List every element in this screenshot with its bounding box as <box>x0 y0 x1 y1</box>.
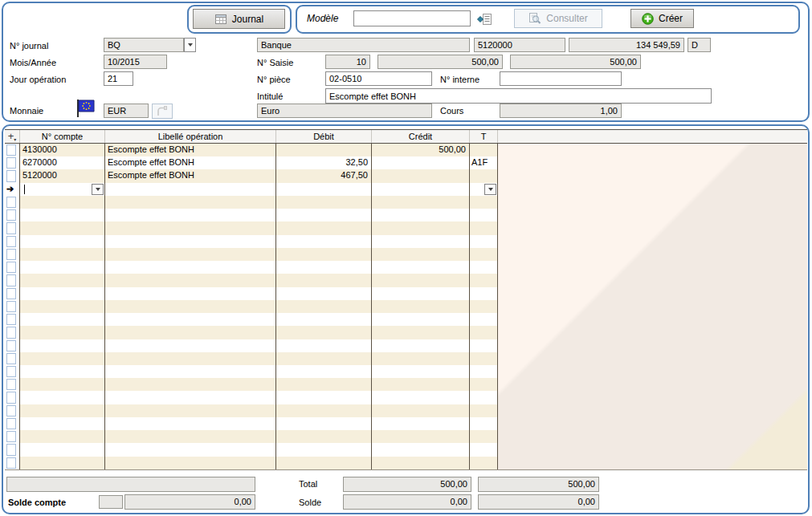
row-selector-box <box>6 379 16 390</box>
journal-balance-side: D <box>688 38 711 52</box>
row-selector-box <box>6 327 16 338</box>
table-row-empty[interactable] <box>5 430 498 443</box>
type-dropdown-button[interactable] <box>484 184 496 195</box>
total-debit-value: 500,00 <box>343 477 471 492</box>
table-row-empty[interactable] <box>5 417 498 430</box>
chevron-down-icon <box>488 188 493 191</box>
table-row-empty[interactable] <box>5 248 498 261</box>
cell-n-compte: 4130000 <box>20 144 105 156</box>
cell-credit <box>372 352 470 365</box>
table-row-empty[interactable] <box>5 378 498 391</box>
solde-compte-side <box>99 495 123 509</box>
cell-libelle <box>105 196 276 209</box>
creer-button[interactable]: Créer <box>630 9 694 28</box>
n-interne-input[interactable] <box>500 71 622 86</box>
table-row-empty[interactable] <box>5 365 498 378</box>
table-row-empty[interactable] <box>5 404 498 417</box>
row-indicator <box>5 169 20 182</box>
table-row-empty[interactable] <box>5 457 498 469</box>
table-row-empty[interactable] <box>5 352 498 365</box>
row-indicator <box>5 300 20 313</box>
cell-credit <box>372 339 470 352</box>
table-row-entry[interactable]: 5120000Escompte effet BONH467,50 <box>5 169 498 182</box>
row-selector-box <box>6 457 16 469</box>
cell-t: A1F <box>470 156 498 169</box>
cell-debit <box>276 443 372 456</box>
row-selector-box <box>6 418 16 429</box>
cell-t <box>470 457 498 469</box>
table-row-empty[interactable] <box>5 443 498 456</box>
row-indicator <box>5 339 20 352</box>
table-row-empty[interactable] <box>5 261 498 274</box>
cell-t <box>470 196 498 209</box>
compte-dropdown-button[interactable] <box>92 184 104 195</box>
jour-operation-input[interactable] <box>104 71 133 86</box>
journal-entry-window: Journal Modèle Consulter <box>0 0 812 516</box>
cell-libelle <box>105 378 276 391</box>
n-interne-label: N° interne <box>440 75 479 85</box>
row-selector-box <box>6 197 16 208</box>
table-row-empty[interactable] <box>5 300 498 313</box>
consulter-button[interactable]: Consulter <box>514 9 602 28</box>
cell-credit <box>372 274 470 286</box>
cell-credit <box>372 196 470 209</box>
currency-convert-button[interactable] <box>152 104 173 119</box>
cell-credit <box>372 378 470 391</box>
table-row-empty[interactable] <box>5 287 498 300</box>
table-row-entry[interactable]: 4130000Escompte effet BONH500,00 <box>5 144 498 156</box>
table-row-empty[interactable] <box>5 221 498 234</box>
row-selector-box <box>6 405 16 416</box>
journal-button[interactable]: Journal <box>193 9 285 29</box>
intitule-input[interactable] <box>325 88 712 104</box>
chevron-down-icon <box>96 188 100 191</box>
row-selector-box <box>6 392 16 403</box>
table-row-empty[interactable] <box>5 391 498 404</box>
chevron-down-icon <box>188 43 193 47</box>
cell-debit <box>276 378 372 391</box>
row-indicator <box>5 326 20 339</box>
cell-debit <box>276 404 372 417</box>
table-row-empty[interactable] <box>5 313 498 326</box>
cell-n-compte <box>20 326 105 339</box>
cell-credit <box>372 156 470 169</box>
table-row-empty[interactable] <box>5 326 498 339</box>
cell-n-compte <box>20 430 105 443</box>
cell-t <box>470 404 498 417</box>
cell-debit <box>276 196 372 209</box>
table-row-empty[interactable] <box>5 274 498 286</box>
insert-row-button[interactable]: +▾ <box>5 130 20 143</box>
n-journal-dropdown-button[interactable] <box>184 38 196 52</box>
table-row-active[interactable]: ➔ <box>5 183 498 196</box>
row-indicator <box>5 261 20 274</box>
modele-input[interactable] <box>353 10 471 26</box>
solde-compte-label: Solde compte <box>8 498 66 508</box>
cell-n-compte <box>20 417 105 430</box>
cell-credit <box>372 417 470 430</box>
row-indicator <box>5 391 20 404</box>
jour-operation-label: Jour opération <box>10 75 66 85</box>
cell-libelle <box>105 300 276 313</box>
cell-debit: 467,50 <box>276 169 372 182</box>
cell-t <box>470 430 498 443</box>
cell-libelle: Escompte effet BONH <box>105 156 276 169</box>
row-selector-box <box>6 144 16 156</box>
modele-list-icon[interactable] <box>477 12 492 28</box>
table-row-entry[interactable]: 6270000Escompte effet BONH32,50A1F <box>5 156 498 169</box>
eu-flag-icon <box>75 98 96 120</box>
cell-t <box>470 300 498 313</box>
n-piece-input[interactable] <box>325 71 432 86</box>
row-indicator <box>5 417 20 430</box>
n-piece-label: N° pièce <box>257 75 291 85</box>
cell-libelle <box>105 417 276 430</box>
table-row-empty[interactable] <box>5 209 498 221</box>
grid-empty-area <box>498 144 807 469</box>
cell-libelle <box>105 183 276 196</box>
cell-libelle <box>105 391 276 404</box>
table-row-empty[interactable] <box>5 339 498 352</box>
table-row-empty[interactable] <box>5 196 498 209</box>
table-row-empty[interactable] <box>5 235 498 248</box>
cell-credit <box>372 365 470 378</box>
cell-t <box>470 209 498 221</box>
cell-n-compte <box>20 443 105 456</box>
mois-annee-label: Mois/Année <box>10 58 56 68</box>
